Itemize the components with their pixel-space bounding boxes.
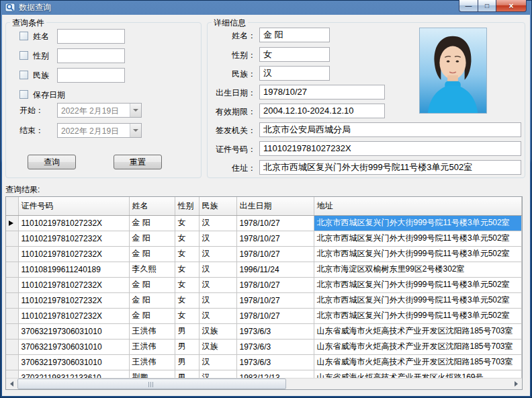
grid-cell[interactable]: 1973/6/3 [236, 323, 314, 339]
grid-cell[interactable]: 山东省威海市火炬高技术产业开发区沈阳路185号703室 [314, 339, 522, 354]
column-header[interactable]: 民族 [199, 197, 236, 215]
column-header[interactable]: 姓名 [129, 197, 175, 215]
grid-cell[interactable]: 370632197306031010 [18, 354, 129, 370]
grid-cell[interactable]: 李久熙 [129, 262, 175, 277]
grid-cell[interactable]: 金 阳 [129, 277, 175, 292]
row-selector[interactable] [6, 231, 18, 246]
row-selector[interactable] [6, 277, 18, 292]
gender-filter-input[interactable] [57, 48, 125, 63]
grid-cell[interactable]: 王洪伟 [129, 323, 175, 339]
grid-cell[interactable]: 女 [175, 292, 199, 308]
grid-cell[interactable]: 1978/10/27 [236, 277, 314, 292]
row-selector[interactable] [6, 308, 18, 323]
grid-cell[interactable]: 女 [175, 215, 199, 231]
horizontal-scrollbar[interactable] [6, 378, 522, 389]
ethnicity-filter-checkbox[interactable] [19, 71, 28, 79]
name-filter-checkbox[interactable] [19, 32, 28, 40]
grid-cell[interactable]: 王洪伟 [129, 354, 175, 370]
row-selector[interactable] [6, 354, 18, 370]
grid-cell[interactable]: 1978/10/27 [236, 231, 314, 246]
grid-cell[interactable]: 汉 [199, 277, 236, 292]
grid-cell[interactable]: 110108199611240189 [18, 262, 129, 277]
end-date-picker[interactable]: 2022年 2月19日 [57, 123, 142, 138]
grid-cell[interactable]: 汉族 [199, 323, 236, 339]
grid-cell[interactable]: 金 阳 [129, 215, 175, 231]
grid-cell[interactable]: 370632197306031010 [18, 323, 129, 339]
gender-filter-checkbox[interactable] [19, 51, 28, 60]
column-header[interactable]: 地址 [314, 197, 522, 215]
grid-cell[interactable]: 汉 [199, 308, 236, 323]
start-date-picker[interactable]: 2022年 2月19日 [57, 103, 142, 118]
grid-cell[interactable]: 北京市西城区复兴门外大街999号院11号楼3单元502室 [314, 277, 522, 292]
scroll-right-button[interactable] [511, 379, 522, 389]
grid-cell[interactable]: 11010219781027232X [18, 277, 129, 292]
grid-cell[interactable]: 金 阳 [129, 308, 175, 323]
row-selector[interactable] [6, 323, 18, 339]
row-selector[interactable] [6, 246, 18, 262]
column-header[interactable]: 出生日期 [236, 197, 314, 215]
grid-cell[interactable]: 1973/6/3 [236, 354, 314, 370]
grid-cell[interactable]: 11010219781027232X [18, 308, 129, 323]
name-filter-input[interactable] [57, 29, 125, 44]
grid-cell[interactable]: 山东省威海市火炬高技术产业开发区沈阳路185号703室 [314, 354, 522, 370]
grid-cell[interactable]: 1996/11/24 [236, 262, 314, 277]
grid-cell[interactable]: 北京市西城区复兴门外大街999号院11号楼3单元502室 [314, 215, 522, 231]
reset-button[interactable]: 重置 [114, 155, 162, 169]
grid-cell[interactable]: 男 [175, 323, 199, 339]
grid-cell[interactable]: 汉族 [199, 339, 236, 354]
row-selector[interactable] [6, 262, 18, 277]
name-field[interactable]: 金 阳 [259, 28, 330, 42]
gender-field[interactable]: 女 [259, 47, 330, 62]
grid-cell[interactable]: 11010219781027232X [18, 215, 129, 231]
grid-cell[interactable]: 11010219781027232X [18, 231, 129, 246]
close-button[interactable]: × [496, 0, 527, 12]
grid-cell[interactable]: 王洪伟 [129, 339, 175, 354]
grid-cell[interactable]: 男 [175, 339, 199, 354]
query-button[interactable]: 查询 [28, 155, 76, 169]
grid-cell[interactable]: 北京市西城区复兴门外大街999号院11号楼3单元502室 [314, 292, 522, 308]
grid-cell[interactable]: 北京市西城区复兴门外大街999号院11号楼3单元502室 [314, 231, 522, 246]
birthdate-field[interactable]: 1978/10/27 [259, 85, 385, 100]
grid-cell[interactable]: 金 阳 [129, 292, 175, 308]
grid-cell[interactable]: 北京市西城区复兴门外大街999号院11号楼3单元502室 [314, 308, 522, 323]
grid-cell[interactable]: 汉 [199, 292, 236, 308]
grid-cell[interactable]: 北京市西城区复兴门外大街999号院11号楼3单元502室 [314, 246, 522, 262]
grid-cell[interactable]: 女 [175, 277, 199, 292]
id-number-field[interactable]: 11010219781027232X [259, 141, 521, 156]
grid-cell[interactable]: 汉 [199, 246, 236, 262]
grid-cell[interactable]: 370632197306031010 [18, 339, 129, 354]
grid-cell[interactable]: 1973/6/3 [236, 339, 314, 354]
column-header[interactable]: 性别 [175, 197, 199, 215]
ethnicity-filter-input[interactable] [57, 68, 125, 83]
start-date-dropdown-button[interactable] [130, 104, 141, 117]
grid-cell[interactable]: 金 阳 [129, 231, 175, 246]
row-selector[interactable] [6, 292, 18, 308]
validity-field[interactable]: 2004.12.10-2024.12.10 [259, 104, 385, 118]
grid-cell[interactable]: 女 [175, 308, 199, 323]
row-selector[interactable] [6, 339, 18, 354]
grid-cell[interactable]: 11010219781027232X [18, 246, 129, 262]
grid-cell[interactable]: 汉 [199, 231, 236, 246]
grid-cell[interactable]: 1978/10/27 [236, 246, 314, 262]
grid-cell[interactable]: 北京市海淀区双榆树东里99区2号楼302室 [314, 262, 522, 277]
scrollbar-thumb[interactable] [17, 379, 286, 389]
grid-cell[interactable]: 11010219781027232X [18, 292, 129, 308]
grid-cell[interactable]: 汉 [199, 262, 236, 277]
grid-cell[interactable]: 男 [175, 354, 199, 370]
maximize-button[interactable]: □ [478, 0, 496, 12]
ethnicity-field[interactable]: 汉 [259, 66, 330, 81]
minimize-button[interactable]: — [459, 0, 478, 12]
grid-cell[interactable]: 女 [175, 262, 199, 277]
grid-cell[interactable]: 汉 [199, 354, 236, 370]
grid-cell[interactable]: 女 [175, 231, 199, 246]
address-field[interactable]: 北京市西城区复兴门外大街999号院11号楼3单元502室 [259, 160, 521, 175]
row-selector[interactable] [6, 215, 18, 231]
grid-cell[interactable]: 1978/10/27 [236, 308, 314, 323]
save-date-filter-checkbox[interactable] [19, 90, 28, 99]
scroll-left-button[interactable] [6, 379, 17, 389]
issuing-authority-field[interactable]: 北京市公安局西城分局 [259, 122, 521, 137]
grid-cell[interactable]: 女 [175, 246, 199, 262]
grid-cell[interactable]: 1978/10/27 [236, 215, 314, 231]
end-date-dropdown-button[interactable] [130, 124, 141, 137]
grid-cell[interactable]: 金 阳 [129, 246, 175, 262]
